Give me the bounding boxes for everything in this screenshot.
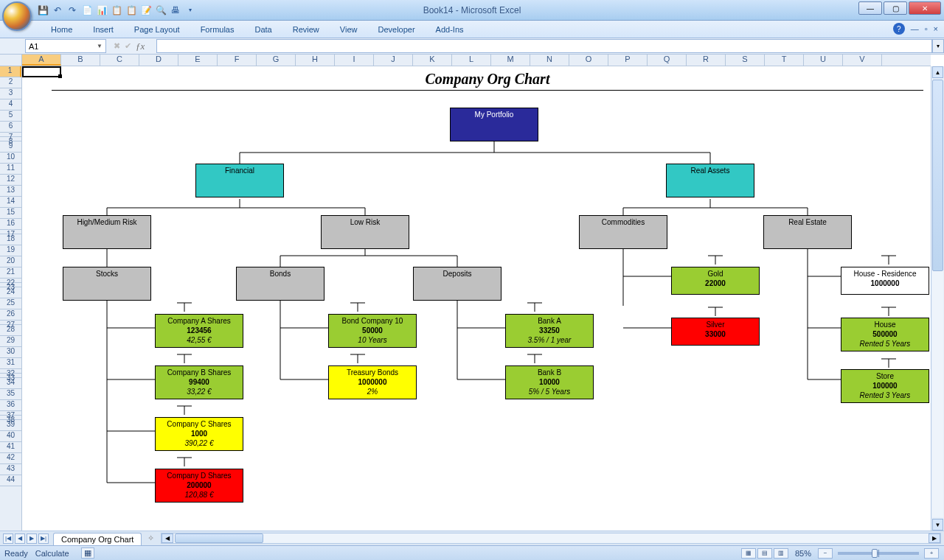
tab-home[interactable]: Home bbox=[41, 22, 83, 38]
title-bar: 💾 ↶ ↷ 📄 📊 📋 📋 📝 🔍 🖶 ▾ Book14 - Microsoft… bbox=[0, 0, 944, 21]
tab-review[interactable]: Review bbox=[282, 22, 330, 38]
qat-icon[interactable]: 📝 bbox=[140, 4, 152, 16]
save-icon[interactable]: 💾 bbox=[37, 4, 49, 16]
quick-access-toolbar: 💾 ↶ ↷ 📄 📊 📋 📋 📝 🔍 🖶 ▾ bbox=[37, 4, 196, 16]
tab-insert[interactable]: Insert bbox=[83, 22, 124, 38]
undo-icon[interactable]: ↶ bbox=[52, 4, 63, 16]
tab-formulas[interactable]: Formulas bbox=[190, 22, 245, 38]
tab-addins[interactable]: Add-Ins bbox=[426, 22, 474, 38]
print-icon[interactable]: 🖶 bbox=[170, 4, 181, 16]
qat-more-icon[interactable]: ▾ bbox=[184, 4, 196, 16]
window-controls: — ▢ ✕ bbox=[858, 1, 941, 15]
chevron-down-icon[interactable]: ▼ bbox=[97, 43, 103, 49]
print-preview-icon[interactable]: 🔍 bbox=[155, 4, 167, 16]
qat-icon[interactable]: 📋 bbox=[111, 4, 122, 16]
formula-input[interactable] bbox=[156, 39, 932, 53]
name-box-value: A1 bbox=[29, 42, 38, 51]
expand-formula-bar-icon[interactable]: ▾ bbox=[932, 39, 944, 53]
qat-icon[interactable]: 📊 bbox=[96, 4, 108, 16]
tab-developer[interactable]: Developer bbox=[367, 22, 425, 38]
redo-icon[interactable]: ↷ bbox=[66, 4, 78, 16]
tab-view[interactable]: View bbox=[330, 22, 368, 38]
ribbon-restore-icon[interactable]: ▫ bbox=[925, 24, 928, 33]
tab-data[interactable]: Data bbox=[244, 22, 282, 38]
name-box[interactable]: A1 ▼ bbox=[25, 39, 106, 53]
ribbon-minimize-icon[interactable]: — bbox=[911, 24, 919, 33]
fx-icon[interactable]: ƒx bbox=[136, 41, 145, 52]
tab-page-layout[interactable]: Page Layout bbox=[124, 22, 190, 38]
ribbon-tabs: Home Insert Page Layout Formulas Data Re… bbox=[0, 21, 944, 38]
close-button[interactable]: ✕ bbox=[909, 1, 941, 15]
maximize-button[interactable]: ▢ bbox=[884, 1, 907, 15]
enter-icon[interactable]: ✔ bbox=[125, 41, 131, 51]
minimize-button[interactable]: — bbox=[858, 1, 882, 15]
office-button[interactable] bbox=[2, 1, 32, 31]
formula-bar-row: A1 ▼ ✖ ✔ ƒx ▾ bbox=[0, 38, 944, 55]
ribbon-close-icon[interactable]: × bbox=[934, 24, 938, 33]
qat-icon[interactable]: 📋 bbox=[125, 4, 137, 16]
cancel-icon[interactable]: ✖ bbox=[114, 41, 120, 51]
help-icon[interactable]: ? bbox=[893, 23, 905, 35]
qat-icon[interactable]: 📄 bbox=[81, 4, 93, 16]
